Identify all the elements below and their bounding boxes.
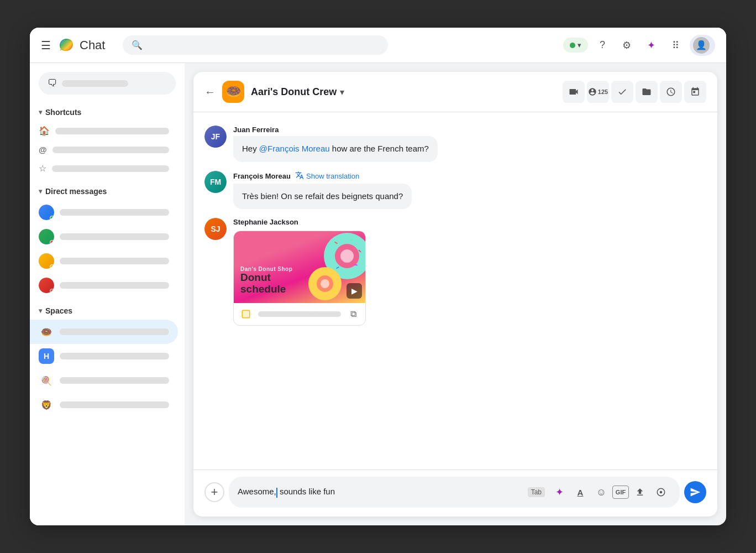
grid-button[interactable]: ⠿: [665, 35, 685, 55]
format-text-button[interactable]: A: [570, 482, 590, 502]
status-red-indicator: [50, 240, 54, 244]
upload-button[interactable]: [630, 482, 650, 502]
sender-name-juan: Juan Ferreira: [233, 126, 279, 134]
sender-francois: François Moreau Show translation: [233, 171, 706, 181]
space-item-h[interactable]: H: [30, 344, 178, 368]
message-bubble-francois: Très bien! On se refait des beignets qua…: [233, 184, 412, 210]
dm-avatar-1: [39, 205, 54, 220]
gemini-button[interactable]: ✦: [641, 35, 661, 55]
sender-name-stephanie: Stephanie Jackson: [233, 218, 298, 226]
shortcuts-section-header[interactable]: ▾ Shortcuts: [30, 103, 185, 121]
space-name-placeholder-1: [60, 328, 169, 335]
spaces-section-header[interactable]: ▾ Spaces: [30, 302, 185, 320]
sidebar-item-starred[interactable]: ☆: [30, 159, 178, 178]
card-preview[interactable]: Dan's Donut Shop Donut schedule ▶: [233, 231, 366, 326]
at-icon: @: [39, 145, 47, 154]
chat-logo-icon: [57, 36, 75, 54]
video-call-button[interactable]: [563, 81, 585, 103]
show-translation-label: Show translation: [306, 172, 359, 180]
svg-rect-11: [242, 310, 250, 318]
avatar-francois: FM: [204, 171, 227, 193]
card-attachment: Dan's Donut Shop Donut schedule ▶: [233, 231, 706, 326]
chat-title: Aari's Donut Crew: [251, 86, 337, 98]
main-content: 🗨 ▾ Shortcuts 🏠 @ ☆ ▾: [30, 63, 726, 525]
back-button[interactable]: ←: [204, 86, 216, 98]
card-copy-button[interactable]: ⧉: [345, 306, 361, 322]
space-name-placeholder-2: [60, 353, 169, 359]
hamburger-icon[interactable]: ☰: [41, 39, 51, 52]
calendar-button[interactable]: [684, 81, 706, 103]
dm-item-4[interactable]: [30, 273, 178, 298]
send-button[interactable]: [684, 481, 706, 503]
message-input-area: + Awesome, sounds like fun Tab ✦ A ☺ GIF: [193, 469, 717, 517]
new-chat-label-placeholder: [62, 80, 128, 87]
starred-label-placeholder: [52, 165, 169, 172]
message-group-stephanie: SJ Stephanie Jackson: [204, 218, 706, 326]
spaces-chevron-icon: ▾: [39, 307, 42, 315]
space-name-placeholder-4: [60, 401, 169, 408]
home-icon: 🏠: [39, 126, 50, 136]
new-chat-button[interactable]: 🗨: [39, 72, 176, 95]
shortcuts-chevron-icon: ▾: [39, 108, 42, 116]
search-input[interactable]: [147, 41, 258, 50]
card-actions: ⧉: [234, 303, 365, 325]
activity-button[interactable]: [651, 482, 671, 502]
tab-key-label: Tab: [528, 487, 545, 497]
dm-item-1[interactable]: [30, 200, 178, 225]
dm-avatar-3: [39, 253, 54, 269]
dm-name-placeholder-2: [60, 233, 169, 240]
search-bar: 🔍: [123, 35, 388, 55]
space-letter-h: H: [39, 348, 54, 364]
dm-item-2[interactable]: [30, 225, 178, 249]
chat-title-area: Aari's Donut Crew ▾: [251, 86, 344, 98]
card-title-line2: schedule: [240, 283, 286, 295]
chat-title-chevron-icon[interactable]: ▾: [340, 87, 344, 97]
sender-stephanie: Stephanie Jackson: [233, 218, 706, 226]
top-bar-right: ▾ ? ⚙ ✦ ⠿ 👤: [563, 35, 715, 56]
direct-messages-section-header[interactable]: ▾ Direct messages: [30, 182, 185, 200]
dm-avatar-4: [39, 278, 54, 293]
message-group-francois: FM François Moreau Show translation: [204, 171, 706, 210]
space-item-lollipop[interactable]: 🍭: [30, 368, 178, 393]
account-area[interactable]: 👤: [690, 35, 715, 56]
add-attachment-button[interactable]: +: [204, 482, 224, 502]
gemini-input-button[interactable]: ✦: [549, 482, 569, 502]
space-emoji-lion: 🦁: [39, 397, 54, 413]
svg-point-14: [660, 491, 663, 494]
emoji-button[interactable]: ☺: [591, 482, 611, 502]
settings-button[interactable]: ⚙: [617, 35, 637, 55]
show-translation-button[interactable]: Show translation: [295, 171, 359, 181]
new-chat-icon: 🗨: [48, 77, 57, 89]
space-item-lion[interactable]: 🦁: [30, 393, 178, 417]
sidebar-item-home[interactable]: 🏠: [30, 121, 178, 140]
space-item-donut[interactable]: 🍩: [30, 320, 178, 344]
input-row: + Awesome, sounds like fun Tab ✦ A ☺ GIF: [204, 477, 706, 508]
tasks-button[interactable]: [611, 81, 633, 103]
svg-point-2: [340, 249, 354, 263]
francois-message-text: Très bien! On se refait des beignets qua…: [242, 191, 403, 201]
top-bar: ☰ Chat: [30, 28, 726, 63]
mention-francois[interactable]: @François Moreau: [259, 144, 330, 153]
gif-button[interactable]: GIF: [612, 486, 629, 499]
chevron-down-icon: ▾: [578, 41, 581, 49]
dm-item-3[interactable]: [30, 249, 178, 273]
home-label-placeholder: [55, 128, 169, 134]
status-red-indicator-2: [50, 289, 54, 293]
timer-button[interactable]: [660, 81, 682, 103]
help-button[interactable]: ?: [592, 35, 612, 55]
mentions-count-button[interactable]: 125: [587, 81, 609, 103]
message-input-box[interactable]: Awesome, sounds like fun Tab ✦ A ☺ GIF: [229, 477, 680, 508]
message-group-juan: JF Juan Ferreira Hey @François Moreau ho…: [204, 126, 706, 162]
files-button[interactable]: [636, 81, 658, 103]
user-avatar[interactable]: 👤: [693, 37, 710, 54]
dm-name-placeholder-4: [60, 282, 169, 289]
card-media-button[interactable]: ▶: [347, 283, 362, 299]
sender-name-francois: François Moreau: [233, 172, 291, 180]
status-button[interactable]: ▾: [563, 38, 588, 53]
search-input-wrapper[interactable]: 🔍: [123, 35, 388, 55]
message-content-stephanie: Stephanie Jackson: [233, 218, 706, 326]
space-emoji-donut: 🍩: [39, 324, 54, 340]
dm-chevron-icon: ▾: [39, 187, 42, 195]
sidebar-item-mentions[interactable]: @: [30, 140, 178, 159]
card-link-icon: [238, 306, 254, 322]
